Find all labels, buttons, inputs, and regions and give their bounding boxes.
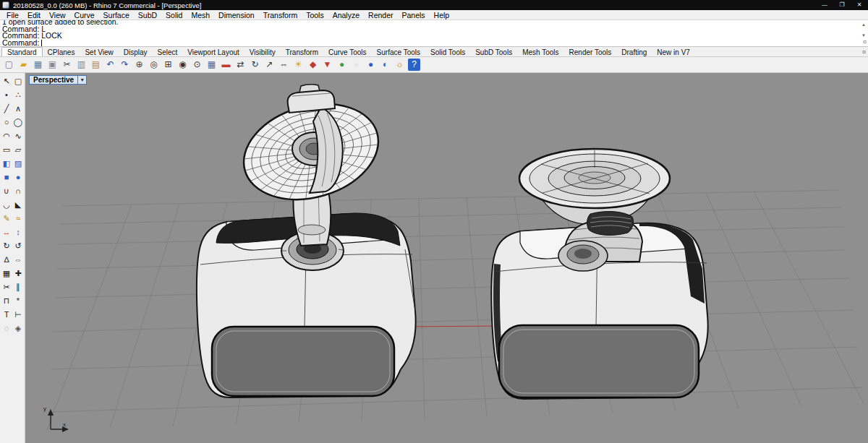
circle-icon[interactable]: ○ <box>1 116 12 129</box>
chamfer-icon[interactable]: ◣ <box>12 199 24 212</box>
dimension-icon[interactable]: ⊢ <box>12 309 24 322</box>
ribbon-tab[interactable]: Mesh Tools <box>517 48 563 56</box>
close-button[interactable]: ✕ <box>851 0 868 10</box>
ribbon-tab[interactable]: Viewport Layout <box>182 48 244 56</box>
menu-item[interactable]: Mesh <box>187 11 214 20</box>
arc-icon[interactable]: ◠ <box>1 130 12 143</box>
restore-button[interactable]: ❐ <box>833 0 851 10</box>
layers-icon[interactable]: ▦ <box>205 59 218 71</box>
viewport-canvas[interactable] <box>25 73 868 443</box>
model-suction-mount-shaded[interactable] <box>491 149 707 399</box>
menu-item[interactable]: Render <box>364 11 397 20</box>
rectangle-icon[interactable]: ▭ <box>1 144 12 157</box>
menu-item[interactable]: View <box>45 11 70 20</box>
join-icon[interactable]: ⊓ <box>1 295 12 308</box>
edit-pencil-icon[interactable]: ✎ <box>1 212 12 225</box>
ribbon-tab[interactable]: SubD Tools <box>470 48 517 56</box>
menu-item[interactable]: Tools <box>302 11 328 20</box>
hide-object-icon[interactable]: ◌ <box>1 322 12 335</box>
menu-item[interactable]: Dimension <box>214 11 259 20</box>
array-grid-icon[interactable]: ▦ <box>1 267 12 280</box>
menu-item[interactable]: SubD <box>134 11 161 20</box>
menu-item[interactable]: Solid <box>161 11 187 20</box>
split-icon[interactable]: ∥ <box>12 281 24 294</box>
rotate-icon[interactable]: ↻ <box>249 59 261 71</box>
offset-icon[interactable]: ✚ <box>12 267 24 280</box>
fillet-icon[interactable]: ◡ <box>1 199 12 212</box>
open-file-icon[interactable]: ▰ <box>17 59 30 71</box>
move-icon[interactable]: ⇄ <box>234 59 247 71</box>
menu-item[interactable]: Edit <box>23 11 45 20</box>
ribbon-tab[interactable]: Display <box>119 48 153 56</box>
pan-icon[interactable]: ⊕ <box>133 59 145 71</box>
material-drop-icon[interactable]: ▼ <box>321 59 333 71</box>
curve-fair-icon[interactable]: ≈ <box>12 212 24 225</box>
zoom-selected-icon[interactable]: ◉ <box>176 59 189 71</box>
polygon-icon[interactable]: ▱ <box>12 144 24 157</box>
ribbon-tab[interactable]: Standard <box>1 47 43 56</box>
loft-surface-icon[interactable]: ▨ <box>12 158 24 171</box>
lamp-icon[interactable]: ☀ <box>292 59 305 71</box>
scale-tool-icon[interactable]: ∆ <box>1 254 12 267</box>
undo-icon[interactable]: ↶ <box>104 59 116 71</box>
surface-plane-icon[interactable]: ◧ <box>1 158 12 171</box>
select-arrow-icon[interactable]: ↖ <box>1 75 12 88</box>
menu-item[interactable]: Panels <box>398 11 430 20</box>
model-suction-mount-wireframe[interactable] <box>197 85 416 397</box>
rotate-cw-icon[interactable]: ↻ <box>1 240 12 253</box>
point-icon[interactable]: • <box>1 89 12 102</box>
vertical-move-icon[interactable]: ↕ <box>12 226 24 239</box>
minimize-button[interactable]: — <box>816 0 833 10</box>
paint-bucket-icon[interactable]: ◆ <box>307 59 319 71</box>
zoom-dynamic-icon[interactable]: ◎ <box>148 59 160 71</box>
sphere-icon[interactable]: ● <box>12 171 24 184</box>
boolean-union-icon[interactable]: ∪ <box>1 185 12 198</box>
boolean-intersect-icon[interactable]: ∩ <box>12 185 24 198</box>
menu-item[interactable]: Curve <box>70 11 99 20</box>
command-options-icon[interactable]: ¤ <box>863 39 867 46</box>
menu-item[interactable]: Help <box>430 11 454 20</box>
trim-icon[interactable]: ✂ <box>1 281 12 294</box>
gumball-move-icon[interactable]: ↔ <box>1 226 12 239</box>
ribbon-tab[interactable]: CPlanes <box>43 48 80 56</box>
print-icon[interactable]: ▣ <box>46 59 59 71</box>
save-icon[interactable]: ▦ <box>32 59 44 71</box>
ribbon-tab[interactable]: Set View <box>80 48 118 56</box>
new-file-icon[interactable]: ▢ <box>3 59 15 71</box>
render-sphere-white-icon[interactable]: ● <box>350 59 362 71</box>
paste-icon[interactable]: ▤ <box>90 59 102 71</box>
render-globe-icon[interactable]: ◐ <box>379 59 391 71</box>
command-scroll-down-icon[interactable]: ▼ <box>861 33 866 38</box>
ribbon-tab[interactable]: Transform <box>281 48 323 56</box>
line-icon[interactable]: ╱ <box>1 103 12 116</box>
zoom-window-icon[interactable]: ⊞ <box>162 59 174 71</box>
text-icon[interactable]: T <box>1 309 12 322</box>
copy-icon[interactable]: ▥ <box>75 59 88 71</box>
point-cloud-icon[interactable]: ∴ <box>12 89 24 102</box>
redo-icon[interactable]: ↷ <box>119 59 131 71</box>
ellipse-icon[interactable]: ◯ <box>12 116 24 129</box>
delete-icon[interactable]: ▬ <box>220 59 232 71</box>
menu-item[interactable]: File <box>2 11 23 20</box>
explode-icon[interactable]: * <box>12 295 24 308</box>
render-sphere-green-icon[interactable]: ● <box>336 59 348 71</box>
ribbon-tab[interactable]: Solid Tools <box>425 48 470 56</box>
mirror-tool-icon[interactable]: ⇔ <box>12 254 24 267</box>
chevron-down-icon[interactable]: ▼ <box>78 75 87 85</box>
viewport-tab-label[interactable]: Perspective <box>29 75 78 85</box>
mirror-icon[interactable]: ⇔ <box>278 59 290 71</box>
menu-item[interactable]: Surface <box>99 11 134 20</box>
command-scroll-up-icon[interactable]: ▲ <box>861 22 866 27</box>
freeform-curve-icon[interactable]: ∿ <box>12 130 24 143</box>
menu-item[interactable]: Analyze <box>328 11 364 20</box>
box-icon[interactable]: ■ <box>1 171 12 184</box>
rotate-ccw-icon[interactable]: ↺ <box>12 240 24 253</box>
menu-item[interactable]: Transform <box>259 11 302 20</box>
perspective-viewport[interactable]: Perspective ▼ y x <box>25 73 868 443</box>
ribbon-tab[interactable]: Surface Tools <box>372 48 425 56</box>
command-area[interactable]: 1 open surface added to selection.Comman… <box>0 20 868 47</box>
ribbon-tab[interactable]: New in V7 <box>652 48 695 56</box>
sun-icon[interactable]: ☼ <box>393 59 406 71</box>
ribbon-tab[interactable]: Drafting <box>616 48 652 56</box>
help-icon[interactable]: ? <box>408 59 420 71</box>
